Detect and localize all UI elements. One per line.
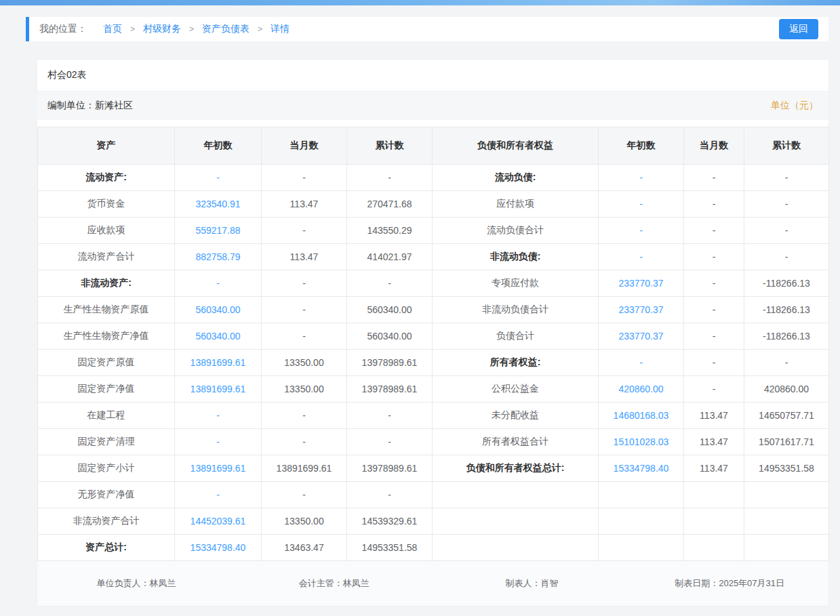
table-row: 无形资产净值--- bbox=[38, 482, 829, 508]
table-row: 固定资产清理---所有者权益合计15101028.03113.471507161… bbox=[38, 429, 829, 455]
asset-initial-cell[interactable]: 560340.00 bbox=[175, 297, 262, 323]
liability-initial-cell[interactable]: 233770.37 bbox=[599, 323, 684, 350]
liability-initial-cell[interactable]: 233770.37 bbox=[599, 270, 684, 297]
table-row: 生产性生物资产原值560340.00-560340.00非流动负债合计23377… bbox=[38, 297, 829, 323]
table-row: 流动资产合计882758.79113.47414021.97非流动负债:--- bbox=[38, 244, 829, 270]
asset-month-cell: - bbox=[262, 429, 347, 455]
liability-month-cell bbox=[684, 508, 744, 535]
liability-name-cell bbox=[433, 535, 599, 561]
asset-cumulative-cell: 14953351.58 bbox=[347, 535, 433, 561]
breadcrumb-separator: > bbox=[189, 24, 194, 34]
liability-name-cell: 专项应付款 bbox=[433, 270, 599, 297]
liability-name-cell bbox=[433, 508, 599, 535]
liability-cumulative-cell: - bbox=[744, 165, 829, 191]
breadcrumb-link-detail[interactable]: 详情 bbox=[271, 23, 289, 35]
liability-name-cell: 所有者权益合计 bbox=[433, 429, 599, 455]
table-row: 资产总计:15334798.4013463.4714953351.58 bbox=[38, 535, 829, 561]
back-button[interactable]: 返回 bbox=[779, 19, 818, 39]
asset-name-cell: 无形资产净值 bbox=[38, 482, 175, 508]
prepared-by-label: 编制单位： bbox=[47, 100, 95, 110]
breadcrumb-separator: > bbox=[258, 24, 262, 34]
asset-initial-cell[interactable]: 559217.88 bbox=[175, 218, 262, 244]
asset-initial-cell[interactable]: 323540.91 bbox=[175, 191, 262, 218]
liability-initial-cell[interactable]: 15334798.40 bbox=[599, 455, 684, 482]
table-row: 固定资产净值13891699.6113350.0013978989.61公积公益… bbox=[38, 376, 829, 403]
liability-month-cell: 113.47 bbox=[684, 455, 744, 482]
liability-month-cell bbox=[684, 482, 744, 508]
header-month: 当月数 bbox=[684, 127, 744, 165]
asset-initial-cell[interactable]: 560340.00 bbox=[175, 323, 262, 350]
asset-name-cell: 在建工程 bbox=[38, 403, 175, 429]
table-row: 非流动资产:---专项应付款233770.37--118266.13 bbox=[38, 270, 829, 297]
signature-row: 单位负责人：林凤兰 会计主管：林凤兰 制表人：肖智 制表日期：2025年07月3… bbox=[37, 561, 828, 606]
asset-cumulative-cell: 13978989.61 bbox=[347, 455, 433, 482]
asset-name-cell: 固定资产清理 bbox=[38, 429, 175, 455]
asset-name-cell: 生产性生物资产原值 bbox=[38, 297, 175, 323]
liability-initial-cell[interactable]: - bbox=[599, 350, 684, 376]
liability-initial-cell bbox=[599, 482, 684, 508]
liability-month-cell: - bbox=[684, 376, 744, 403]
liability-month-cell bbox=[684, 535, 744, 561]
asset-cumulative-cell: 14539329.61 bbox=[347, 508, 433, 535]
asset-month-cell: - bbox=[262, 165, 347, 191]
liability-name-cell: 流动负债合计 bbox=[433, 218, 599, 244]
asset-name-cell: 生产性生物资产净值 bbox=[38, 323, 175, 350]
balance-sheet-table: 资产 年初数 当月数 累计数 负债和所有者权益 年初数 当月数 累计数 流动资产… bbox=[37, 127, 829, 561]
asset-initial-cell[interactable]: - bbox=[175, 429, 262, 455]
liability-month-cell: - bbox=[684, 323, 744, 350]
asset-month-cell: 113.47 bbox=[262, 244, 347, 270]
asset-cumulative-cell: 560340.00 bbox=[347, 323, 433, 350]
breadcrumb-link-balance-sheet[interactable]: 资产负债表 bbox=[202, 23, 249, 35]
table-row: 流动资产:---流动负债:--- bbox=[38, 165, 829, 191]
asset-initial-cell[interactable]: - bbox=[175, 482, 262, 508]
asset-initial-cell[interactable]: 13891699.61 bbox=[175, 376, 262, 403]
table-row: 应收款项559217.88-143550.29流动负债合计--- bbox=[38, 218, 829, 244]
asset-name-cell: 固定资产原值 bbox=[38, 350, 175, 376]
balance-table-body: 流动资产:---流动负债:---货币资金323540.91113.4727047… bbox=[38, 165, 829, 561]
preparer-signature: 制表人：肖智 bbox=[433, 577, 631, 590]
asset-month-cell: 13350.00 bbox=[262, 350, 347, 376]
prepared-by: 编制单位：新滩社区 bbox=[47, 100, 133, 112]
liability-cumulative-cell: - bbox=[744, 191, 829, 218]
liability-name-cell bbox=[433, 482, 599, 508]
asset-cumulative-cell: - bbox=[347, 270, 433, 297]
table-row: 非流动资产合计14452039.6113350.0014539329.61 bbox=[38, 508, 829, 535]
report-date: 制表日期：2025年07月31日 bbox=[631, 577, 828, 590]
asset-cumulative-cell: - bbox=[347, 165, 433, 191]
asset-initial-cell[interactable]: 13891699.61 bbox=[175, 455, 262, 482]
liability-initial-cell[interactable]: 15101028.03 bbox=[599, 429, 684, 455]
liability-month-cell: 113.47 bbox=[684, 429, 744, 455]
asset-name-cell: 流动资产: bbox=[38, 165, 175, 191]
asset-initial-cell[interactable]: - bbox=[175, 270, 262, 297]
header-initial: 年初数 bbox=[175, 127, 262, 165]
asset-initial-cell[interactable]: 15334798.40 bbox=[175, 535, 262, 561]
asset-name-cell: 固定资产净值 bbox=[38, 376, 175, 403]
report-date-label: 制表日期： bbox=[675, 578, 719, 588]
liability-initial-cell[interactable]: - bbox=[599, 218, 684, 244]
asset-initial-cell[interactable]: 13891699.61 bbox=[175, 350, 262, 376]
liability-initial-cell[interactable]: 420860.00 bbox=[599, 376, 684, 403]
liability-initial-cell[interactable]: - bbox=[599, 244, 684, 270]
breadcrumb-link-village-finance[interactable]: 村级财务 bbox=[143, 23, 181, 35]
asset-initial-cell[interactable]: 882758.79 bbox=[175, 244, 262, 270]
liability-initial-cell[interactable]: 14680168.03 bbox=[599, 403, 684, 429]
accounting-supervisor-signature: 会计主管：林凤兰 bbox=[235, 577, 433, 590]
asset-month-cell: 13350.00 bbox=[262, 376, 347, 403]
liability-cumulative-cell: -118266.13 bbox=[744, 323, 829, 350]
asset-initial-cell[interactable]: - bbox=[175, 165, 262, 191]
liability-month-cell: - bbox=[684, 191, 744, 218]
liability-cumulative-cell: -118266.13 bbox=[744, 270, 829, 297]
liability-initial-cell[interactable]: - bbox=[599, 191, 684, 218]
liability-name-cell: 应付款项 bbox=[433, 191, 599, 218]
asset-initial-cell[interactable]: - bbox=[175, 403, 262, 429]
breadcrumb-link-home[interactable]: 首页 bbox=[103, 23, 122, 35]
liability-initial-cell[interactable]: 233770.37 bbox=[599, 297, 684, 323]
asset-initial-cell[interactable]: 14452039.61 bbox=[175, 508, 262, 535]
table-row: 货币资金323540.91113.47270471.68应付款项--- bbox=[38, 191, 829, 218]
asset-month-cell: - bbox=[262, 218, 347, 244]
asset-cumulative-cell: 143550.29 bbox=[347, 218, 433, 244]
asset-cumulative-cell: 13978989.61 bbox=[347, 376, 433, 403]
liability-month-cell: - bbox=[684, 270, 744, 297]
liability-initial-cell[interactable]: - bbox=[599, 165, 684, 191]
header-assets: 资产 bbox=[38, 127, 175, 165]
